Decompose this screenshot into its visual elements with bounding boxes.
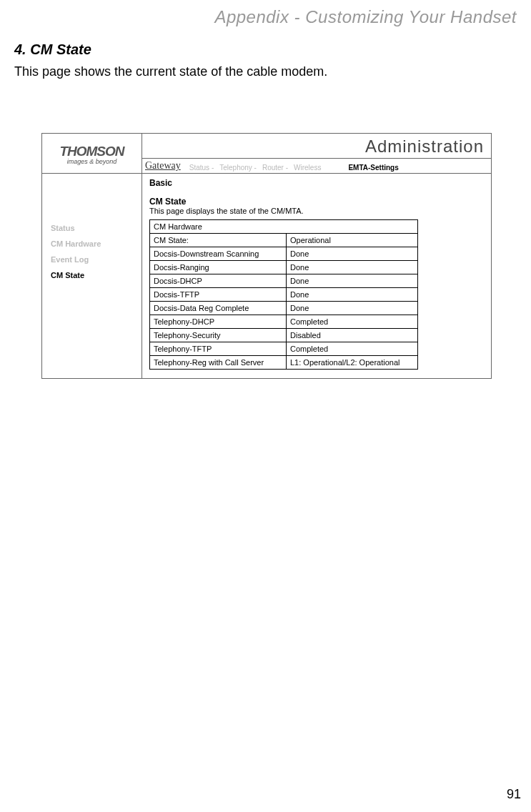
table-cell-value: Operational [287,234,418,247]
table-cell-value: Completed [287,342,418,356]
table-cell-label: Docsis-Ranging [150,261,287,274]
table-cell-value: Done [287,247,418,261]
gateway-label: Gateway [145,160,181,172]
section-description: This page shows the current state of the… [14,64,327,79]
content-title: CM State [149,197,484,207]
brand-name: THOMSON [45,144,139,159]
table-cell-label: Docsis-Downstream Scanning [150,247,287,261]
brand-logo: THOMSON images & beyond [42,134,142,173]
table-cell-value: Done [287,288,418,302]
table-row: Docsis-Data Reg CompleteDone [150,302,418,315]
table-cell-label: Telephony-Security [150,329,287,342]
table-row: Docsis-RangingDone [150,261,418,274]
table-cell-value: Done [287,274,418,288]
table-cell-label: Docsis-DHCP [150,274,287,288]
table-row: CM State:Operational [150,234,418,247]
sidebar: Status CM Hardware Event Log CM State [42,174,142,378]
table-row: Telephony-TFTPCompleted [150,342,418,356]
table-cell-label: Docsis-Data Reg Complete [150,302,287,315]
page-number: 91 [507,787,521,802]
table-cell-label: Telephony-DHCP [150,315,287,329]
table-row: Docsis-Downstream ScanningDone [150,247,418,261]
table-cell-value: Done [287,302,418,315]
admin-panel: THOMSON images & beyond Administration G… [41,133,492,379]
table-row: Telephony-SecurityDisabled [150,329,418,342]
sidebar-item-cm-hardware[interactable]: CM Hardware [51,239,137,248]
table-header: CM Hardware [150,220,418,234]
table-row: Docsis-TFTPDone [150,288,418,302]
chapter-title: Appendix - Customizing Your Handset [214,7,517,27]
content-subtitle: This page displays the state of the CM/M… [149,207,484,215]
content-basic-label: Basic [149,178,484,188]
header-cell: Administration Gateway Status - Telephon… [142,134,491,173]
nav-telephony[interactable]: Telephony - [219,164,257,172]
table-cell-label: Telephony-TFTP [150,342,287,356]
sidebar-item-cm-state[interactable]: CM State [51,271,137,279]
table-cell-value: L1: Operational/L2: Operational [287,356,418,370]
nav-row: Gateway Status - Telephony - Router - Wi… [142,159,491,173]
table-cell-label: CM State: [150,234,287,247]
table-cell-label: Docsis-TFTP [150,288,287,302]
nav-wireless[interactable]: Wireless [294,164,321,172]
page-title: Administration [142,134,491,159]
nav-emta-settings[interactable]: EMTA-Settings [348,164,398,172]
table-row: Docsis-DHCPDone [150,274,418,288]
sidebar-item-status[interactable]: Status [51,224,137,232]
panel-body: Status CM Hardware Event Log CM State Ba… [42,174,491,378]
table-cell-value: Completed [287,315,418,329]
table-header-row: CM Hardware [150,220,418,234]
table-cell-label: Telephony-Reg with Call Server [150,356,287,370]
cm-state-table: CM Hardware CM State:OperationalDocsis-D… [149,219,418,370]
table-row: Telephony-Reg with Call ServerL1: Operat… [150,356,418,370]
table-cell-value: Done [287,261,418,274]
table-row: Telephony-DHCPCompleted [150,315,418,329]
panel-header: THOMSON images & beyond Administration G… [42,134,491,174]
nav-status[interactable]: Status - [189,164,214,172]
table-cell-value: Disabled [287,329,418,342]
nav-router[interactable]: Router - [262,164,288,172]
sidebar-item-event-log[interactable]: Event Log [51,255,137,264]
content-area: Basic CM State This page displays the st… [142,174,491,378]
section-heading: 4. CM State [14,41,91,58]
